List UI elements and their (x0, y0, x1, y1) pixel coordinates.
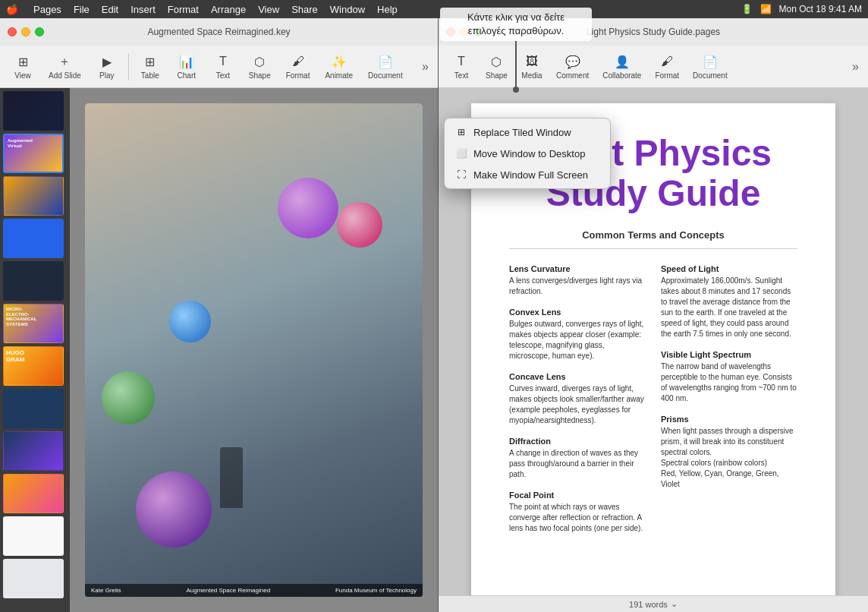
def-speed-of-light: Approximately 186,000m/s. Sunlight takes… (661, 276, 797, 339)
document-subtitle: Common Terms and Concepts (509, 229, 797, 241)
term-visible-light: Visible Light Spectrum (661, 350, 797, 359)
toolbar-format[interactable]: 🖌 Format (280, 50, 316, 83)
keynote-title: Augmented Space Reimagined.key (147, 27, 290, 37)
pages-collaborate-icon: 👤 (614, 53, 631, 70)
text-icon: T (215, 53, 231, 70)
menu-edit[interactable]: Edit (102, 4, 118, 15)
slide-thumb-9[interactable] (3, 431, 64, 471)
menu-window[interactable]: Window (330, 4, 365, 15)
term-focal-point: Focal Point (509, 491, 646, 500)
battery-icon: 🔋 (741, 4, 753, 14)
menu-arrange[interactable]: Arrange (211, 4, 246, 15)
slide-thumb-12[interactable] (3, 559, 64, 598)
callout-dot (513, 87, 519, 93)
keynote-maximize-button[interactable] (35, 27, 44, 36)
def-focal-point: The point at which rays or waves converg… (509, 502, 646, 534)
pages-toolbar-document[interactable]: 📄 Document (687, 50, 734, 83)
menu-file[interactable]: File (74, 4, 90, 15)
slide-thumb-3[interactable] (3, 176, 64, 216)
shape-icon: ⬡ (251, 53, 268, 70)
toolbar-add-slide[interactable]: ＋ Add Slide (42, 50, 87, 83)
apple-menu[interactable]: 🍎 (6, 4, 18, 15)
word-count-chevron[interactable]: ⌄ (671, 599, 678, 609)
pages-toolbar-more[interactable]: » (849, 57, 862, 77)
slide-thumb-10[interactable] (3, 474, 64, 513)
toolbar-more[interactable]: » (419, 57, 432, 77)
slide-canvas: Kate Grelis Augmented Space Reimagined F… (70, 88, 438, 612)
document-columns: Lens Curvature A lens converges/diverges… (509, 264, 797, 544)
replace-tiled-icon: ⊞ (455, 126, 467, 138)
term-diffraction: Diffraction (509, 437, 646, 446)
slide-thumb-5[interactable] (3, 261, 64, 301)
slide-thumb-11[interactable] (3, 516, 64, 556)
callout: Κάντε κλικ για να δείτεεπιλογές παραθύρω… (440, 8, 592, 93)
word-count: 191 words (629, 600, 668, 609)
slide-panel[interactable]: AugmentedVirtual MICRO-ELECTRO-MECHANICA… (0, 88, 70, 612)
keynote-minimize-button[interactable] (21, 27, 30, 36)
menu-fullscreen[interactable]: ⛶ Make Window Full Screen (445, 164, 610, 185)
table-icon: ⊞ (142, 53, 159, 70)
sphere-2 (337, 202, 382, 248)
slide-caption-center: Augmented Space Reimagined (186, 587, 270, 594)
def-prisms: When light passes through a dispersive p… (661, 426, 797, 490)
slide-thumb-6[interactable]: MICRO-ELECTRO-MECHANICALSYSTEMS (3, 304, 64, 343)
def-lens-curvature: A lens converges/diverges light rays via… (509, 276, 646, 297)
keynote-body: AugmentedVirtual MICRO-ELECTRO-MECHANICA… (0, 88, 438, 612)
menubar-right: 🔋 📶 Mon Oct 18 9:41 AM (741, 4, 862, 14)
term-speed-of-light: Speed of Light (661, 264, 797, 273)
sphere-1 (278, 178, 338, 238)
slide-caption: Kate Grelis Augmented Space Reimagined F… (85, 584, 423, 597)
move-desktop-icon: ⬜ (455, 147, 467, 159)
keynote-toolbar: ⊞ View ＋ Add Slide ▶ Play ⊞ Table 📊 Char… (0, 46, 438, 88)
view-icon: ⊞ (14, 53, 31, 70)
pages-toolbar-collaborate[interactable]: 👤 Collaborate (596, 50, 647, 83)
keynote-close-button[interactable] (8, 27, 17, 36)
slide-thumb-8[interactable] (3, 389, 64, 428)
menu-view[interactable]: View (258, 4, 279, 15)
toolbar-sep-1 (128, 53, 129, 80)
term-concave-lens: Concave Lens (509, 372, 646, 381)
document-icon: 📄 (377, 53, 394, 70)
menu-insert[interactable]: Insert (131, 4, 156, 15)
toolbar-document[interactable]: 📄 Document (362, 50, 409, 83)
menu-pages[interactable]: Pages (33, 4, 61, 15)
toolbar-text[interactable]: T Text (206, 50, 240, 83)
animate-icon: ✨ (331, 53, 348, 70)
slide-caption-right: Funda Museum of Technology (335, 587, 417, 594)
left-pane-keynote: Augmented Space Reimagined.key ⊞ View ＋ … (0, 18, 439, 612)
sphere-3 (169, 301, 211, 342)
wifi-icon: 📶 (760, 4, 772, 14)
slide-thumb-4[interactable] (3, 219, 64, 258)
toolbar-view[interactable]: ⊞ View (6, 50, 39, 83)
chart-icon: 📊 (178, 53, 195, 70)
add-slide-icon: ＋ (56, 53, 73, 70)
pages-format-icon: 🖌 (659, 53, 675, 70)
menu-move-desktop[interactable]: ⬜ Move Window to Desktop (445, 143, 610, 164)
toolbar-chart[interactable]: 📊 Chart (170, 50, 203, 83)
menu-replace-tiled-label: Replace Tiled Window (473, 127, 571, 138)
toolbar-shape[interactable]: ⬡ Shape (243, 50, 277, 83)
menu-share[interactable]: Share (291, 4, 318, 15)
window-options-dropdown[interactable]: ⊞ Replace Tiled Window ⬜ Move Window to … (444, 118, 611, 189)
menu-fullscreen-label: Make Window Full Screen (473, 169, 588, 181)
right-column: Speed of Light Approximately 186,000m/s.… (661, 264, 797, 544)
menu-format[interactable]: Format (168, 4, 199, 15)
pages-toolbar-format[interactable]: 🖌 Format (649, 50, 685, 83)
split-container: Augmented Space Reimagined.key ⊞ View ＋ … (0, 18, 868, 612)
document-divider (509, 248, 797, 249)
def-diffraction: A change in direction of waves as they p… (509, 448, 646, 480)
figure-silhouette (220, 447, 243, 508)
right-pane-pages: Light Physics Study Guide.pages T Text ⬡… (439, 18, 868, 612)
left-column: Lens Curvature A lens converges/diverges… (509, 264, 646, 544)
menu-replace-tiled[interactable]: ⊞ Replace Tiled Window (445, 121, 610, 143)
slide-thumb-7[interactable]: HUGOGRAM (3, 346, 64, 386)
menu-help[interactable]: Help (377, 4, 398, 15)
slide-thumb-1[interactable] (3, 91, 64, 131)
toolbar-play[interactable]: ▶ Play (90, 50, 124, 83)
toolbar-animate[interactable]: ✨ Animate (319, 50, 359, 83)
def-visible-light: The narrow band of wavelengths perceptib… (661, 361, 797, 404)
toolbar-table[interactable]: ⊞ Table (134, 50, 167, 83)
slide-thumb-2[interactable]: AugmentedVirtual (3, 134, 64, 173)
pages-title: Light Physics Study Guide.pages (587, 27, 720, 37)
slide-caption-left: Kate Grelis (91, 587, 121, 594)
